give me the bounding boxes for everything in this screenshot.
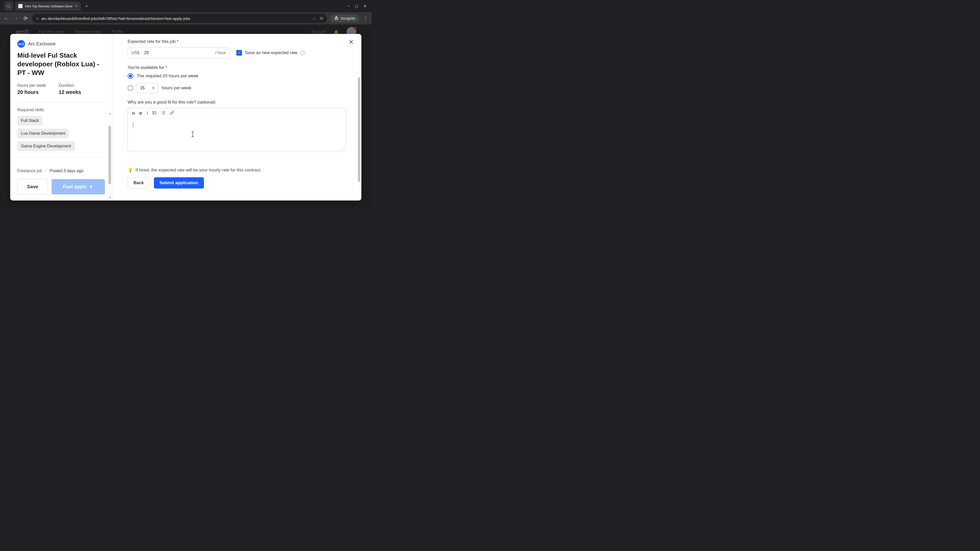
company-name: Arc Exclusive xyxy=(28,41,56,47)
currency-label: US$ xyxy=(131,51,139,55)
svg-line-1 xyxy=(10,7,10,8)
duration-value: 12 weeks xyxy=(59,89,81,95)
browser-tab-strip: ✓ Hire Top Remote Software Deve × + ─ ▢ … xyxy=(0,0,372,12)
availability-radio-custom[interactable] xyxy=(127,85,133,91)
menu-icon[interactable]: ⋮ xyxy=(363,15,369,21)
info-icon[interactable]: ? xyxy=(301,51,305,55)
tab-favicon: ✓ xyxy=(18,4,22,8)
close-tab-icon[interactable]: × xyxy=(75,4,77,8)
job-title: Mid-level Ful Stack developoer (Roblox L… xyxy=(18,51,105,77)
submit-application-button[interactable]: Submit application xyxy=(154,177,204,189)
right-scrollbar[interactable] xyxy=(357,37,361,198)
back-icon[interactable]: ← xyxy=(3,16,9,21)
rate-input-group[interactable]: US$ / hour xyxy=(127,47,230,59)
custom-hours-suffix: hours per week xyxy=(162,86,191,91)
tab-title: Hire Top Remote Software Deve xyxy=(25,4,73,8)
address-bar[interactable]: ≡ arc.dev/dashboard/d/verified-jobs/kdb7… xyxy=(32,14,327,23)
job-application-modal: arc() Arc Exclusive Mid-level Ful Stack … xyxy=(10,34,361,200)
editor-textarea[interactable] xyxy=(128,118,346,146)
window-controls: ─ ▢ ✕ xyxy=(347,4,369,8)
text-cursor-icon xyxy=(190,131,195,137)
forward-icon: → xyxy=(13,16,19,21)
close-modal-button[interactable]: ✕ xyxy=(348,38,354,46)
availability-label: You're available for * xyxy=(127,65,346,70)
svg-point-0 xyxy=(7,5,10,7)
url-text: arc.dev/dashboard/d/verified-jobs/kdb78f… xyxy=(41,16,309,21)
fast-apply-button[interactable]: Fast apply xyxy=(52,179,105,194)
incognito-badge[interactable]: Incognito xyxy=(331,14,359,22)
skill-chip: Full Stack xyxy=(18,116,42,125)
custom-hours-select[interactable]: 15 ▼ xyxy=(137,83,158,93)
rate-suffix: / hour xyxy=(215,51,226,55)
bullet-list-icon[interactable] xyxy=(153,111,157,115)
number-list-icon[interactable]: 123 xyxy=(161,111,165,115)
close-window-icon[interactable]: ✕ xyxy=(363,4,366,8)
bold-icon[interactable]: B xyxy=(139,111,142,115)
job-type: Freelance job xyxy=(18,168,42,173)
posted-time: Posted 3 days ago xyxy=(49,168,83,173)
rate-label: Expected rate for this job * xyxy=(127,39,346,44)
bookmark-icon[interactable]: ☆ xyxy=(312,16,316,21)
site-info-icon[interactable]: ≡ xyxy=(36,16,38,21)
rate-input[interactable] xyxy=(144,50,215,56)
save-rate-label: Save as new expected rate xyxy=(245,50,298,56)
tab-search-icon[interactable] xyxy=(4,2,13,11)
left-scrollbar[interactable]: ▴ ▾ xyxy=(108,116,111,195)
application-form-panel: ✕ Expected rate for this job * US$ / hou… xyxy=(112,34,361,200)
save-button[interactable]: Save xyxy=(18,179,48,194)
company-logo: arc() xyxy=(18,40,25,48)
duration-label: Duration xyxy=(59,83,81,88)
scroll-up-icon[interactable]: ▴ xyxy=(108,112,111,115)
heading-icon[interactable]: H xyxy=(132,111,135,115)
back-button[interactable]: Back xyxy=(127,177,150,189)
rich-text-editor: H B I 123 xyxy=(127,108,346,151)
resize-handle-icon[interactable]: ⋰ xyxy=(128,146,346,151)
scroll-down-icon[interactable]: ▾ xyxy=(108,196,111,199)
hours-label: Hours per week xyxy=(18,83,46,88)
lightbulb-icon: 💡 xyxy=(127,167,133,173)
new-tab-button[interactable]: + xyxy=(83,3,91,9)
link-icon[interactable] xyxy=(170,111,174,116)
chevron-down-icon: ▼ xyxy=(152,86,155,90)
skill-chip: Lua Game Development xyxy=(18,129,68,138)
scroll-thumb[interactable] xyxy=(108,126,111,184)
browser-tab-active[interactable]: ✓ Hire Top Remote Software Deve × xyxy=(15,2,81,11)
save-rate-checkbox[interactable]: ✓ xyxy=(236,50,242,56)
hours-value: 20 hours xyxy=(18,89,46,95)
extension-icon[interactable]: ⧉ xyxy=(320,16,323,21)
maximize-icon[interactable]: ▢ xyxy=(355,4,358,8)
incognito-label: Incognito xyxy=(341,16,355,21)
minimize-icon[interactable]: ─ xyxy=(347,4,350,8)
hint-text: If hired, the expected rate will be your… xyxy=(135,168,261,173)
reload-icon[interactable]: ⟳ xyxy=(22,15,29,21)
job-summary-panel: arc() Arc Exclusive Mid-level Ful Stack … xyxy=(10,34,112,200)
editor-toolbar: H B I 123 xyxy=(128,108,346,118)
browser-toolbar: ← → ⟳ ≡ arc.dev/dashboard/d/verified-job… xyxy=(0,12,372,24)
skill-chip: Game Engine Development xyxy=(18,141,75,151)
skills-label: Required skills xyxy=(18,108,105,112)
svg-text:3: 3 xyxy=(161,113,162,114)
scroll-thumb[interactable] xyxy=(358,77,360,182)
svg-point-4 xyxy=(153,113,153,113)
italic-icon[interactable]: I xyxy=(147,111,148,115)
availability-radio-required[interactable] xyxy=(127,73,133,79)
availability-required-label: The required 20 hours per week xyxy=(137,73,198,79)
lightning-icon xyxy=(89,184,94,189)
svg-point-6 xyxy=(153,114,153,114)
fit-label: Why are you a good fit for this role? (o… xyxy=(127,100,346,105)
svg-point-2 xyxy=(153,111,153,112)
